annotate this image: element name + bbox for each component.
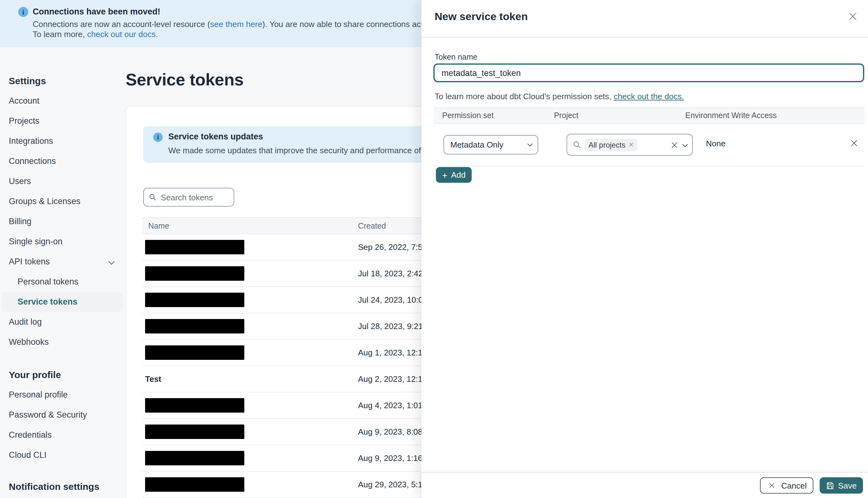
- redacted-token-name: [145, 319, 244, 333]
- sidebar-label: Personal tokens: [17, 277, 79, 286]
- sidebar-item-webhooks[interactable]: Webhooks: [1, 332, 122, 352]
- sidebar-label: Cloud CLI: [9, 450, 47, 460]
- sidebar-item-users[interactable]: Users: [1, 171, 122, 192]
- column-header-name: Name: [142, 221, 358, 230]
- chip-remove-icon[interactable]: ✕: [628, 141, 634, 148]
- panel-footer: Cancel Save: [421, 472, 868, 498]
- sidebar-item-account[interactable]: Account: [1, 91, 122, 111]
- chevron-down-icon: [108, 259, 115, 265]
- sidebar-item-integrations[interactable]: Integrations: [1, 131, 122, 151]
- cancel-x-icon: [768, 482, 775, 489]
- token-name-cell: Test: [142, 374, 358, 384]
- column-header-created: Created: [358, 221, 386, 230]
- app-root: i Connections have been moved! Connectio…: [0, 0, 868, 498]
- sidebar-label: Password & Security: [9, 410, 87, 419]
- permission-set-value: Metadata Only: [450, 140, 503, 149]
- sidebar-label: Webhooks: [9, 337, 49, 347]
- clear-selection-icon[interactable]: [670, 141, 678, 149]
- sidebar-label: API tokens: [9, 257, 50, 266]
- sidebar-item-connections[interactable]: Connections: [1, 151, 122, 171]
- close-icon[interactable]: [848, 11, 858, 21]
- redacted-token-name: [145, 240, 244, 254]
- info-icon: i: [18, 7, 28, 17]
- banner-title: Connections have been moved!: [32, 7, 160, 17]
- sidebar-item-personal-profile[interactable]: Personal profile: [1, 385, 122, 405]
- notice-title: Service tokens updates: [168, 132, 263, 141]
- sidebar-item-service-tokens[interactable]: Service tokens: [1, 292, 122, 312]
- new-service-token-panel: New service token Token name To learn mo…: [421, 0, 868, 498]
- project-multiselect[interactable]: All projects ✕: [566, 134, 693, 156]
- token-name-cell: [142, 398, 358, 412]
- sidebar-label: Audit log: [9, 317, 42, 327]
- sidebar-label: Integrations: [9, 136, 53, 146]
- token-name-cell: [142, 345, 358, 360]
- sidebar-item-projects[interactable]: Projects: [1, 111, 122, 131]
- banner-line3: To learn more, check out our docs.: [32, 29, 158, 39]
- check-out-the-docs-link[interactable]: check out the docs.: [614, 92, 684, 101]
- sidebar-item-groups-licenses[interactable]: Groups & Licenses: [1, 192, 122, 212]
- permission-row: Metadata Only All projects ✕ None: [434, 124, 865, 167]
- sidebar-item-billing[interactable]: Billing: [1, 212, 122, 232]
- panel-divider: [421, 37, 868, 38]
- search-tokens-input[interactable]: [161, 193, 228, 202]
- permissions-table-header: Permission set Project Environment Write…: [434, 107, 865, 124]
- sidebar-section-settings: Settings: [1, 74, 122, 89]
- token-name-input[interactable]: [433, 63, 864, 82]
- search-icon: [573, 141, 581, 149]
- sidebar-item-single-sign-on[interactable]: Single sign-on: [1, 232, 122, 252]
- sidebar-label: Users: [9, 176, 31, 186]
- cancel-button[interactable]: Cancel: [760, 477, 814, 494]
- sidebar-item-password-security[interactable]: Password & Security: [1, 405, 122, 425]
- redacted-token-name: [145, 293, 244, 307]
- sidebar-label: Billing: [9, 217, 31, 226]
- see-them-here-link[interactable]: see them here: [210, 19, 262, 29]
- token-name-cell: [142, 266, 358, 281]
- remove-row-icon[interactable]: [850, 139, 858, 147]
- sidebar-item-audit-log[interactable]: Audit log: [1, 312, 122, 332]
- redacted-token-name: [145, 451, 244, 466]
- redacted-token-name: [145, 398, 244, 412]
- page-title: Service tokens: [126, 70, 244, 90]
- sidebar-label: Account: [9, 96, 40, 105]
- check-out-our-docs-link[interactable]: check out our docs.: [87, 29, 158, 39]
- search-icon: [149, 193, 156, 201]
- token-name-cell: [142, 293, 358, 307]
- token-name-cell: [142, 451, 358, 466]
- sidebar-nav: SettingsAccountProjectsIntegrationsConne…: [0, 47, 125, 498]
- plus-icon: +: [442, 170, 447, 179]
- redacted-token-name: [145, 266, 244, 281]
- sidebar-label: Single sign-on: [9, 237, 63, 246]
- sidebar-label: Projects: [9, 116, 40, 126]
- chevron-down-icon: [527, 141, 532, 146]
- redacted-token-name: [145, 345, 244, 360]
- info-icon: i: [153, 132, 163, 142]
- project-chip: All projects ✕: [585, 139, 637, 151]
- token-name-cell: [142, 477, 358, 492]
- add-permission-button[interactable]: + Add: [436, 167, 472, 183]
- column-header-permission-set: Permission set: [434, 111, 554, 120]
- sidebar-item-cloud-cli[interactable]: Cloud CLI: [1, 445, 122, 466]
- token-name-cell: [142, 319, 358, 333]
- search-tokens-box[interactable]: [143, 188, 234, 207]
- sidebar-label: Groups & Licenses: [9, 197, 80, 206]
- redacted-token-name: [145, 424, 244, 439]
- sidebar-item-personal-tokens[interactable]: Personal tokens: [1, 272, 122, 292]
- token-name-cell: [142, 424, 358, 439]
- sidebar-section-notification-settings: Notification settings: [1, 479, 122, 494]
- permission-set-select[interactable]: Metadata Only: [444, 135, 538, 155]
- chevron-down-icon[interactable]: [682, 142, 687, 147]
- project-chip-label: All projects: [589, 140, 625, 149]
- token-name-cell: [142, 240, 358, 254]
- sidebar-label: Service tokens: [17, 297, 78, 306]
- sidebar-item-credentials[interactable]: Credentials: [1, 425, 122, 445]
- sidebar-label: Connections: [9, 156, 56, 166]
- column-header-project: Project: [554, 111, 685, 120]
- token-name-label: Token name: [435, 53, 477, 62]
- env-write-access-value: None: [706, 139, 725, 148]
- save-button[interactable]: Save: [820, 477, 863, 494]
- panel-title: New service token: [435, 11, 528, 23]
- sidebar-item-api-tokens[interactable]: API tokens: [1, 252, 122, 272]
- column-header-env-write-access: Environment Write Access: [685, 111, 777, 120]
- sidebar-label: Credentials: [9, 430, 52, 440]
- redacted-token-name: [145, 477, 244, 492]
